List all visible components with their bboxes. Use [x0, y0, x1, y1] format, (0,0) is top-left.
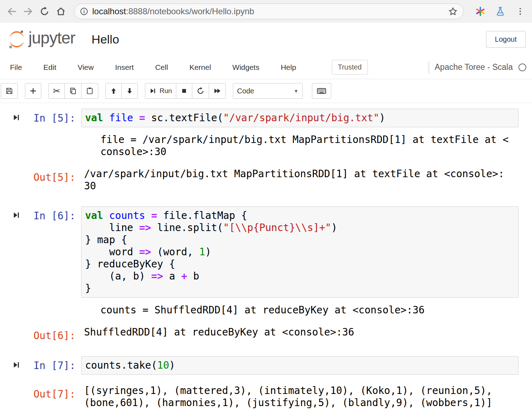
- scissors-icon: ✂: [53, 87, 61, 96]
- output-text: /var/spark/input/big.txt MapPartitionsRD…: [81, 168, 518, 192]
- stream-output: file = /var/spark/input/big.txt MapParti…: [81, 134, 518, 158]
- plus-icon: [29, 87, 37, 95]
- code-cell-5: In [5]: val file = sc.textFile("/var/spa…: [0, 109, 532, 192]
- paste-cell-button[interactable]: [81, 83, 98, 99]
- menu-insert[interactable]: Insert: [115, 63, 134, 72]
- arrow-down-icon: [126, 87, 134, 95]
- step-forward-icon: [149, 87, 156, 94]
- notebook-toolbar: ✂ Run Code ▼: [0, 79, 532, 103]
- home-button[interactable]: [53, 3, 69, 20]
- run-button[interactable]: Run: [145, 83, 176, 99]
- input-prompt: In [6]:: [32, 206, 81, 222]
- copy-cell-button[interactable]: [64, 83, 82, 99]
- input-prompt: In [7]:: [32, 356, 81, 372]
- restart-run-all-button[interactable]: [209, 83, 226, 99]
- code-text: counts.take(10): [85, 359, 515, 371]
- url-text: localhost:8888/notebooks/work/Hello.ipyn…: [92, 6, 254, 16]
- notebook-title[interactable]: Hello: [92, 32, 119, 46]
- kernel-indicator-area: Apache Toree - Scala: [429, 61, 527, 73]
- notebook-header: jupyter Hello Logout: [0, 23, 532, 56]
- extension-button-2[interactable]: [492, 3, 508, 20]
- edit-button-group: ✂: [48, 83, 98, 99]
- keyboard-icon: [316, 86, 327, 96]
- menu-help[interactable]: Help: [281, 63, 296, 72]
- logout-button[interactable]: Logout: [486, 31, 526, 48]
- input-prompt: In [5]:: [32, 109, 81, 124]
- output-prompt: Out[7]:: [32, 385, 81, 400]
- menu-edit[interactable]: Edit: [43, 63, 56, 72]
- browser-menu-button[interactable]: [512, 3, 528, 20]
- trusted-badge[interactable]: Trusted: [332, 60, 368, 75]
- notebook-area: In [5]: val file = sc.textFile("/var/spa…: [0, 103, 532, 409]
- cut-cell-button[interactable]: ✂: [48, 83, 65, 99]
- code-text: val file = sc.textFile("/var/spark/input…: [85, 112, 515, 124]
- jupyter-logo[interactable]: jupyter: [6, 29, 75, 50]
- menu-kernel[interactable]: Kernel: [189, 63, 211, 72]
- move-button-group: [105, 83, 138, 99]
- jupyter-logo-icon: [6, 29, 27, 50]
- restart-kernel-button[interactable]: [192, 83, 209, 99]
- output-prompt: Out[6]:: [32, 326, 81, 342]
- copy-icon: [69, 87, 77, 95]
- run-cell-button[interactable]: [0, 206, 32, 219]
- colorful-asterisk-icon: [475, 6, 486, 17]
- jupyter-wordmark: jupyter: [28, 30, 75, 49]
- kernel-idle-icon: [518, 63, 526, 71]
- fast-forward-icon: [213, 87, 221, 95]
- kernel-name: Apache Toree - Scala: [435, 62, 513, 72]
- home-icon: [56, 6, 66, 17]
- cell-type-dropdown[interactable]: Code ▼: [233, 83, 303, 99]
- move-cell-down-button[interactable]: [121, 83, 138, 99]
- menu-widgets[interactable]: Widgets: [233, 63, 260, 72]
- code-text: val counts = file.flatMap { line => line…: [85, 210, 515, 294]
- code-input-area[interactable]: val counts = file.flatMap { line => line…: [81, 206, 518, 298]
- back-arrow-icon: [6, 6, 17, 17]
- output-prompt: Out[5]:: [32, 168, 81, 184]
- forward-button[interactable]: [20, 3, 36, 20]
- restart-icon: [196, 87, 205, 95]
- move-cell-up-button[interactable]: [105, 83, 122, 99]
- chevron-down-icon: ▼: [294, 88, 298, 94]
- step-forward-icon: [12, 211, 20, 219]
- save-button[interactable]: [1, 83, 18, 99]
- reload-button[interactable]: [36, 3, 53, 20]
- step-forward-icon: [12, 113, 20, 122]
- output-text: [(syringes,1), (mattered,3), (intimately…: [81, 385, 518, 409]
- add-cell-button[interactable]: [25, 83, 41, 99]
- code-cell-7: In [7]: counts.take(10) Out[7]: [(syring…: [0, 356, 532, 409]
- extension-button-1[interactable]: [472, 3, 489, 20]
- star-icon: [448, 6, 458, 17]
- menu-bar: File Edit View Insert Cell Kernel Widget…: [0, 56, 532, 79]
- stop-icon: [180, 87, 188, 95]
- kebab-menu-icon: [515, 6, 525, 16]
- stream-output: counts = ShuffledRDD[4] at reduceByKey a…: [81, 304, 518, 316]
- menu-cell[interactable]: Cell: [155, 63, 168, 72]
- run-cell-button[interactable]: [0, 109, 32, 122]
- flask-icon: [495, 6, 506, 17]
- interrupt-kernel-button[interactable]: [176, 83, 192, 99]
- bookmark-button[interactable]: [448, 6, 458, 17]
- forward-arrow-icon: [22, 6, 34, 17]
- arrow-up-icon: [110, 87, 118, 95]
- address-bar[interactable]: localhost:8888/notebooks/work/Hello.ipyn…: [74, 4, 464, 19]
- back-button[interactable]: [4, 3, 20, 20]
- url-path: :8888/notebooks/work/Hello.ipynb: [126, 6, 254, 16]
- browser-toolbar: localhost:8888/notebooks/work/Hello.ipyn…: [0, 0, 532, 23]
- info-icon[interactable]: [79, 7, 89, 16]
- url-host: localhost: [92, 6, 126, 16]
- menu-file[interactable]: File: [10, 63, 22, 72]
- paste-icon: [85, 87, 94, 95]
- kernel-divider: [429, 61, 429, 73]
- cell-type-value: Code: [237, 87, 254, 95]
- output-text: ShuffledRDD[4] at reduceByKey at <consol…: [81, 326, 518, 338]
- code-cell-6: In [6]: val counts = file.flatMap { line…: [0, 206, 532, 342]
- code-input-area[interactable]: val file = sc.textFile("/var/spark/input…: [81, 109, 518, 127]
- run-cell-button[interactable]: [0, 356, 32, 369]
- command-palette-button[interactable]: [312, 83, 331, 99]
- run-button-group: Run: [145, 83, 226, 99]
- code-input-area[interactable]: counts.take(10): [81, 356, 518, 375]
- reload-icon: [39, 6, 50, 17]
- menu-view[interactable]: View: [78, 63, 94, 72]
- step-forward-icon: [12, 361, 20, 369]
- floppy-icon: [5, 87, 14, 95]
